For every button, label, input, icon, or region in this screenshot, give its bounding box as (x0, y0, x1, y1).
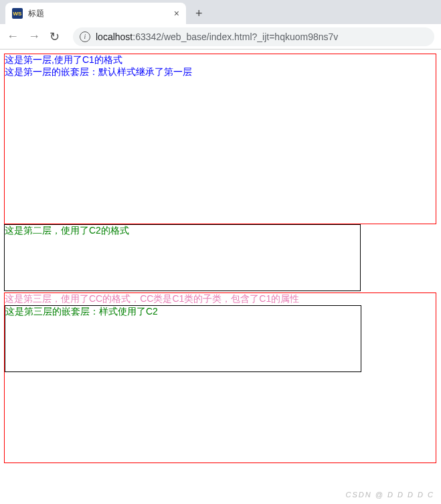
layer-1-box: 这是第一层,使用了C1的格式 这是第一层的嵌套层：默认样式继承了第一层 (4, 54, 436, 224)
layer-2-text: 这是第二层，使用了C2的格式 (5, 225, 129, 236)
browser-tab[interactable]: WS 标题 × (5, 3, 186, 24)
layer-1-nested: 这是第一层的嵌套层：默认样式继承了第一层 (5, 66, 436, 78)
layer-3-text: 这是第三层，使用了CC的格式，CC类是C1类的子类，包含了C1的属性 (5, 293, 299, 304)
new-tab-button[interactable]: + (195, 7, 203, 21)
layer-1-nested-text: 这是第一层的嵌套层：默认样式继承了第一层 (5, 66, 192, 77)
close-icon[interactable]: × (174, 8, 179, 19)
url-text: localhost:63342/web_base/index.html?_ijt… (96, 31, 338, 42)
address-bar: ← → ↻ i localhost:63342/web_base/index.h… (0, 24, 441, 50)
tab-favicon: WS (12, 8, 23, 19)
site-info-icon[interactable]: i (80, 31, 90, 42)
layer-1-text: 这是第一层,使用了C1的格式 (5, 54, 122, 65)
page-content: 这是第一层,使用了C1的格式 这是第一层的嵌套层：默认样式继承了第一层 这是第二… (0, 50, 441, 467)
browser-chrome: WS 标题 × + ← → ↻ i localhost:63342/web_ba… (0, 0, 441, 50)
tab-bar: WS 标题 × + (0, 0, 441, 24)
tab-title: 标题 (28, 8, 169, 19)
back-button[interactable]: ← (7, 29, 19, 44)
layer-3-nested: 这是第三层的嵌套层：样式使用了C2 (5, 305, 361, 372)
layer-3-nested-text: 这是第三层的嵌套层：样式使用了C2 (5, 306, 158, 317)
layer-2-box: 这是第二层，使用了C2的格式 (4, 224, 361, 291)
watermark: CSDN @ D D D D C (346, 491, 434, 499)
layer-3-box: 这是第三层，使用了CC的格式，CC类是C1类的子类，包含了C1的属性 这是第三层… (4, 292, 436, 463)
url-bar[interactable]: i localhost:63342/web_base/index.html?_i… (73, 27, 434, 46)
forward-button[interactable]: → (28, 29, 40, 44)
reload-button[interactable]: ↻ (50, 29, 60, 44)
